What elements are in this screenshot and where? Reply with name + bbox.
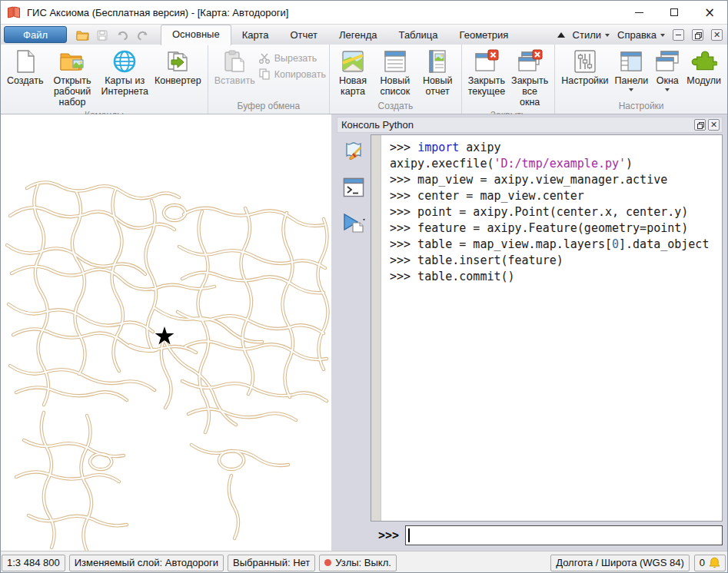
redo-quick-button[interactable] <box>135 28 150 42</box>
group-label-settings: Настройки <box>555 100 727 114</box>
help-menu-label: Справка <box>617 29 657 41</box>
new-document-button[interactable]: Создать <box>4 47 47 88</box>
console-title: Консоль Python <box>341 119 414 131</box>
group-label-clipboard: Буфер обмена <box>208 100 329 114</box>
console-code-line: axipy.execfile('D:/tmp/example.py') <box>390 156 719 172</box>
roads-casing-layer <box>7 182 328 551</box>
copy-icon <box>258 68 271 80</box>
ribbon-group-commands: Создать Открыть рабочий набор <box>1 45 208 114</box>
tab-legenda[interactable]: Легенда <box>328 26 387 45</box>
copy-button[interactable]: Копировать <box>258 68 326 80</box>
help-menu[interactable]: Справка <box>617 29 665 41</box>
tab-osnovnye[interactable]: Основные <box>161 25 231 45</box>
status-bar: 1:3 484 800 Изменяемый слой: Автодороги … <box>1 551 727 573</box>
panels-button[interactable]: Панели <box>612 47 652 94</box>
maximize-button[interactable] <box>657 1 692 24</box>
nodes-status-dot <box>324 559 331 566</box>
map-scale-indicator[interactable]: 1:3 484 800 <box>2 555 65 571</box>
chevron-down-icon <box>605 34 610 37</box>
console-code-line: >>> table.insert(feature) <box>390 253 719 269</box>
code-segment: >>> center = map_view.center <box>390 189 584 203</box>
settings-sliders-icon <box>572 48 598 75</box>
float-icon <box>697 122 703 128</box>
paste-button[interactable]: Вставить <box>211 47 258 88</box>
styles-menu[interactable]: Стили <box>573 29 610 41</box>
open-workset-quick-button[interactable] <box>75 28 90 42</box>
new-list-button[interactable]: Новый список <box>373 47 417 98</box>
windows-button[interactable]: Окна <box>651 47 683 94</box>
console-close-button[interactable]: ✕ <box>708 119 720 131</box>
maps-from-internet-button[interactable]: Карты из Интернета <box>98 47 151 98</box>
console-window-button[interactable] <box>341 176 366 199</box>
new-map-button[interactable]: Новая карта <box>333 47 373 98</box>
mdi-close-button[interactable]: ✕ <box>711 29 723 41</box>
close-button[interactable]: × <box>692 1 727 24</box>
projection-indicator[interactable]: Долгота / Широта (WGS 84) <box>550 555 690 571</box>
button-label: Окна <box>657 75 679 86</box>
cut-button[interactable]: Вырезать <box>258 53 326 64</box>
chevron-down-icon <box>629 88 633 91</box>
editable-layer-indicator[interactable]: Изменяемый слой: Автодороги <box>69 555 224 571</box>
road-path <box>184 208 324 226</box>
code-segment: ].data_object <box>619 237 709 251</box>
tab-tablica[interactable]: Таблица <box>388 26 449 45</box>
run-script-button[interactable] <box>341 211 366 234</box>
window-title: ГИС Аксиома (Бесплатная версия) - [Карта… <box>27 7 621 18</box>
console-code-line: >>> table.commit() <box>390 269 719 285</box>
notifications-button[interactable]: 0 <box>694 555 726 571</box>
nodes-toggle[interactable]: Узлы: Выкл. <box>319 555 397 571</box>
close-all-windows-button[interactable]: Закрыть все окна <box>508 47 551 109</box>
road-path <box>179 247 325 268</box>
selection-indicator[interactable]: Выбранный: Нет <box>228 555 315 571</box>
collapse-ribbon-icon[interactable] <box>557 32 565 38</box>
maximize-icon <box>670 8 678 16</box>
console-code-line: >>> feature = axipy.Feature(geometry=poi… <box>390 220 719 237</box>
console-input-field[interactable] <box>405 525 723 545</box>
console-output-area[interactable]: >>> import axipyaxipy.execfile('D:/tmp/e… <box>371 134 723 522</box>
road-path <box>90 454 111 469</box>
console-code-line: >>> map_view = axipy.view_manager.active <box>390 172 719 188</box>
tab-otchet[interactable]: Отчет <box>279 26 328 45</box>
button-label: Копировать <box>274 69 326 80</box>
mdi-close-icon: ✕ <box>713 31 720 39</box>
code-segment: >>> table.insert(feature) <box>390 253 563 267</box>
open-workset-button[interactable]: Открыть рабочий набор <box>47 47 98 109</box>
windows-icon <box>654 48 680 75</box>
map-scale-value: 1:3 484 800 <box>7 557 60 568</box>
button-label: Новый отчет <box>421 75 455 97</box>
road-path <box>241 208 253 394</box>
chevron-down-icon <box>665 88 670 91</box>
modules-button[interactable]: Модули <box>683 47 724 88</box>
roads-map-canvas[interactable] <box>1 114 331 551</box>
mdi-minimize-button[interactable] <box>673 29 684 41</box>
new-report-button[interactable]: Новый отчет <box>417 47 458 98</box>
tab-geometriya[interactable]: Геометрия <box>449 26 520 45</box>
road-path <box>219 451 244 469</box>
road-path <box>24 440 124 456</box>
converter-icon <box>165 48 191 75</box>
axioma-gis-window: { "window": { "title": "ГИС Аксиома (Бес… <box>0 0 728 573</box>
minimize-button[interactable] <box>621 1 657 24</box>
close-current-button[interactable]: Закрыть текущее <box>465 47 508 98</box>
console-input-row: >>> <box>371 522 723 548</box>
cut-icon <box>258 53 271 64</box>
console-code-line: >>> table = map_view.map.layers[0].data_… <box>390 237 719 253</box>
code-segment: 'D:/tmp/example.py' <box>494 157 626 171</box>
tab-karta[interactable]: Карта <box>231 26 280 45</box>
code-segment: >>> feature = axipy.Feature(geometry=poi… <box>390 221 688 235</box>
converter-button[interactable]: Конвертер <box>151 47 204 88</box>
styles-menu-label: Стили <box>573 29 601 41</box>
settings-button[interactable]: Настройки <box>558 47 611 88</box>
undo-quick-button[interactable] <box>115 28 130 42</box>
mdi-restore-button[interactable] <box>692 29 703 41</box>
file-menu-button[interactable]: Файл <box>4 26 67 43</box>
console-code-line: >>> point = axipy.Point(center.x, center… <box>390 204 719 220</box>
clear-console-button[interactable] <box>341 141 366 164</box>
map-view[interactable] <box>1 114 331 551</box>
projection-value: Долгота / Широта (WGS 84) <box>556 557 684 568</box>
console-float-button[interactable] <box>694 119 706 131</box>
chevron-down-icon <box>660 34 665 37</box>
save-quick-button[interactable] <box>95 28 110 42</box>
python-console-panel: Консоль Python ✕ <box>331 114 727 551</box>
minimize-icon <box>635 12 643 13</box>
